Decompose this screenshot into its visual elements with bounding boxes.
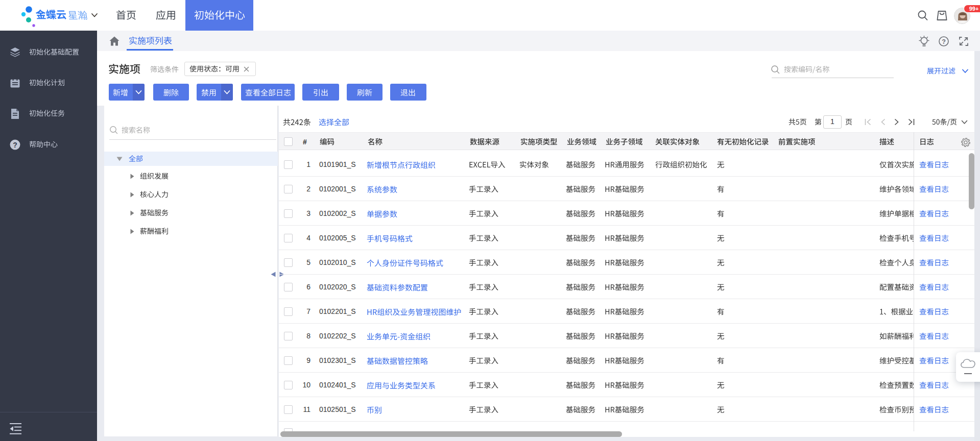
svg-text:?: ?	[13, 141, 17, 149]
svg-text:?: ?	[942, 38, 946, 45]
